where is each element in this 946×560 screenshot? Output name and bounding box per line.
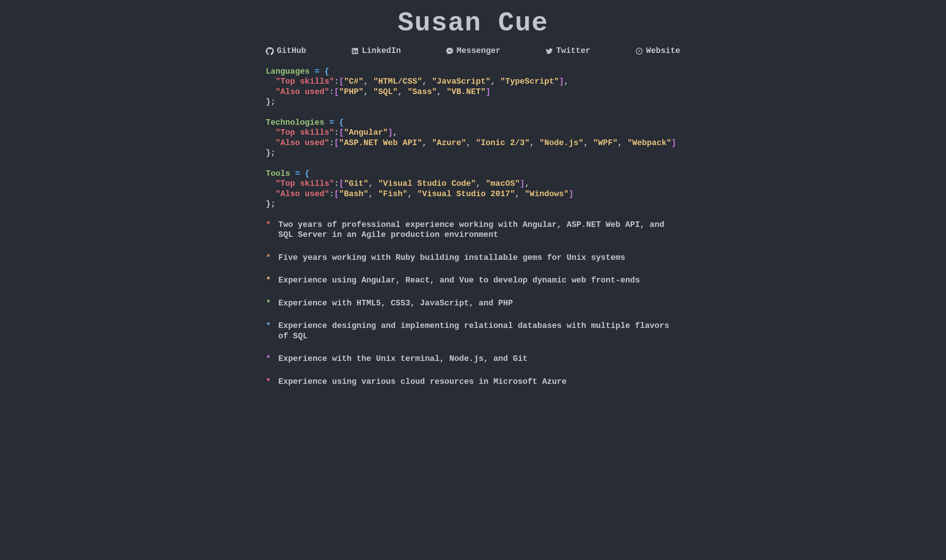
bullet-text: Two years of professional experience wor…: [278, 220, 680, 240]
row-key: "Also used": [275, 87, 329, 97]
row-value: "ASP.NET Web API": [339, 138, 422, 148]
experience-list: *Two years of professional experience wo…: [266, 220, 680, 387]
list-item: *Experience using Angular, React, and Vu…: [266, 275, 680, 286]
list-item: *Two years of professional experience wo…: [266, 220, 680, 240]
row-key: "Top skills": [275, 77, 334, 86]
row-key: "Top skills": [275, 128, 334, 137]
row-value: "C#": [344, 77, 363, 86]
link-twitter[interactable]: Twitter: [545, 46, 590, 56]
row-value: "Ionic 2/3": [476, 138, 530, 148]
row-value: "Visual Studio 2017": [417, 189, 515, 199]
row-value: "Sass": [408, 87, 437, 97]
row-value: "PHP": [339, 87, 363, 97]
var-name: Languages: [266, 67, 310, 76]
row-value: "Bash": [339, 189, 368, 199]
link-linkedin[interactable]: LinkedIn: [351, 46, 401, 56]
bullet-star-icon: *: [266, 354, 271, 364]
row-value: "Webpack": [628, 138, 671, 148]
row-key: "Also used": [275, 138, 329, 148]
bullet-text: Experience with HTML5, CSS3, JavaScript,…: [278, 298, 680, 309]
row-value: "JavaScript": [432, 77, 491, 86]
link-label: Website: [646, 46, 680, 56]
row-value: "WPF": [593, 138, 618, 148]
github-icon: [266, 47, 274, 55]
bullet-star-icon: *: [266, 298, 271, 309]
bullet-star-icon: *: [266, 377, 271, 387]
row-value: "Visual Studio Code": [378, 179, 476, 188]
bullet-star-icon: *: [266, 253, 271, 263]
code-section: Languages = { "Top skills":["C#", "HTML/…: [266, 67, 680, 107]
twitter-icon: [545, 47, 553, 55]
row-key: "Also used": [275, 189, 329, 199]
bullet-star-icon: *: [266, 321, 271, 331]
bullet-text: Experience using various cloud resources…: [278, 377, 680, 387]
list-item: *Experience with HTML5, CSS3, JavaScript…: [266, 298, 680, 309]
row-value: "Windows": [525, 189, 569, 199]
page-title: Susan Cue: [266, 0, 680, 44]
link-label: GitHub: [277, 46, 306, 56]
list-item: *Experience designing and implementing r…: [266, 321, 680, 341]
row-value: "TypeScript": [500, 77, 559, 86]
row-value: "Git": [344, 179, 368, 188]
link-github[interactable]: GitHub: [266, 46, 306, 56]
resume-page: Susan Cue GitHub LinkedIn Messenger Twit…: [255, 0, 691, 422]
row-value: "VB.NET": [447, 87, 486, 97]
row-value: "Azure": [432, 138, 466, 148]
list-item: *Five years working with Ruby building i…: [266, 253, 680, 263]
bullet-text: Experience designing and implementing re…: [278, 321, 680, 341]
link-label: Twitter: [556, 46, 590, 56]
code-section: Technologies = { "Top skills":["Angular"…: [266, 118, 680, 158]
list-item: *Experience with the Unix terminal, Node…: [266, 354, 680, 364]
link-label: LinkedIn: [362, 46, 401, 56]
bullet-text: Five years working with Ruby building in…: [278, 253, 680, 263]
compass-icon: [635, 47, 643, 55]
social-links: GitHub LinkedIn Messenger Twitter Websit…: [266, 46, 680, 56]
bullet-star-icon: *: [266, 220, 271, 230]
skills-code: Languages = { "Top skills":["C#", "HTML/…: [266, 67, 680, 209]
bullet-star-icon: *: [266, 275, 271, 286]
bullet-text: Experience with the Unix terminal, Node.…: [278, 354, 680, 364]
row-value: "macOS": [486, 179, 520, 188]
row-value: "Node.js": [539, 138, 583, 148]
row-value: "Fish": [378, 189, 408, 199]
var-name: Technologies: [266, 118, 324, 127]
link-label: Messenger: [457, 46, 501, 56]
code-section: Tools = { "Top skills":["Git", "Visual S…: [266, 169, 680, 209]
row-value: "SQL": [373, 87, 397, 97]
row-key: "Top skills": [275, 179, 334, 188]
row-value: "HTML/CSS": [373, 77, 422, 86]
link-messenger[interactable]: Messenger: [446, 46, 501, 56]
list-item: *Experience using various cloud resource…: [266, 377, 680, 387]
var-name: Tools: [266, 169, 290, 178]
link-website[interactable]: Website: [635, 46, 680, 56]
bullet-text: Experience using Angular, React, and Vue…: [278, 275, 680, 286]
linkedin-icon: [351, 47, 359, 55]
messenger-icon: [446, 47, 454, 55]
row-value: "Angular": [344, 128, 388, 137]
